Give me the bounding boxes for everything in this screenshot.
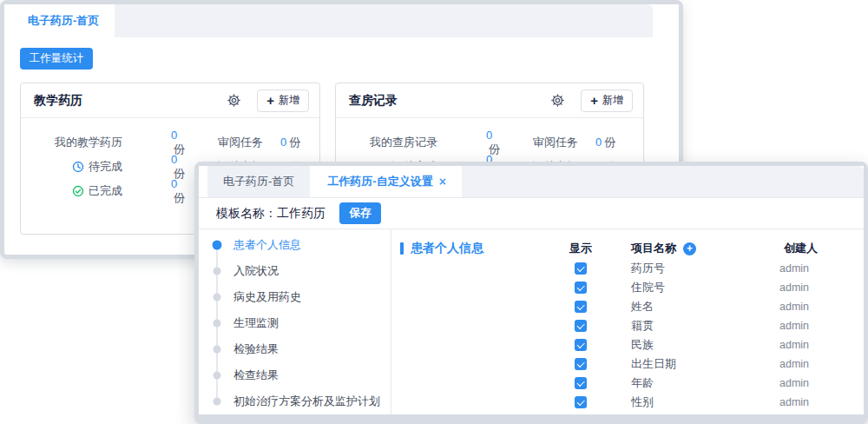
save-button[interactable]: 保存 <box>339 202 381 224</box>
column-header-creator: 创建人 <box>784 241 818 256</box>
item-creator: admin <box>779 339 809 351</box>
stat-row: 已完成 0份 <box>21 179 190 203</box>
show-cell <box>556 320 605 332</box>
add-button-label: 新增 <box>279 93 299 108</box>
stat-value: 0份 <box>280 135 300 150</box>
workload-stats-button[interactable]: 工作量统计 <box>20 48 93 70</box>
card-header: 教学药历 + 新增 <box>21 83 319 118</box>
tab-home[interactable]: 电子药历-首页 <box>207 166 310 197</box>
stat-count: 0 <box>280 136 286 149</box>
stat-count: 0 <box>486 129 492 142</box>
stat-label: 审阅任务 <box>190 135 263 150</box>
item-name: 籍贯 <box>631 318 766 334</box>
add-button[interactable]: + 新增 <box>257 89 309 112</box>
section-nav: 患者个人信息 入院状况 病史及用药史 生理监测 检验结果 检查结果 <box>199 229 391 414</box>
tab-custom-settings[interactable]: 工作药历-自定义设置 × <box>312 166 462 197</box>
items-panel: 患者个人信息 显示 项目名称 + 创建人 药历号 admin 住院号 admin <box>391 229 864 414</box>
stat-label: 我的教学药历 <box>21 135 122 150</box>
row-checkbox[interactable] <box>575 301 587 313</box>
item-name: 药历号 <box>631 261 766 276</box>
stat-unit: 份 <box>604 136 615 149</box>
close-icon[interactable]: × <box>439 175 446 189</box>
nav-label: 入院状况 <box>233 263 279 279</box>
tab-home[interactable]: 电子药历-首页 <box>12 4 115 37</box>
settings-window: 电子药历-首页 工作药历-自定义设置 × 模板名称： 工作药历 保存 患者个人信… <box>194 162 868 424</box>
stat-unit: 份 <box>289 136 300 149</box>
column-header-show: 显示 <box>556 241 605 256</box>
stat-count: 0 <box>171 153 177 166</box>
item-name: 姓名 <box>631 299 766 315</box>
nav-label: 初始治疗方案分析及监护计划 <box>233 394 380 409</box>
nav-item-exam-results[interactable]: 检查结果 <box>199 362 391 388</box>
gear-icon[interactable] <box>550 93 565 108</box>
settings-main: 患者个人信息 入院状况 病史及用药史 生理监测 检验结果 检查结果 <box>199 229 864 414</box>
stat-row: 审阅任务 0份 <box>190 130 319 155</box>
show-cell <box>556 282 605 294</box>
card-title: 查房记录 <box>349 93 550 109</box>
add-button[interactable]: + 新增 <box>581 89 633 112</box>
row-checkbox[interactable] <box>575 396 587 408</box>
stat-label: 我的查房记录 <box>336 135 437 150</box>
nav-item-medical-history[interactable]: 病史及用药史 <box>199 284 391 310</box>
gear-icon[interactable] <box>227 93 241 108</box>
timeline-dot <box>214 372 221 380</box>
show-cell <box>556 377 605 389</box>
stats-left: 我的教学药历 0份 待完成 0份 已完成 <box>21 130 190 203</box>
table-row: 姓名 admin <box>400 297 864 316</box>
tabbar-filler <box>115 4 653 37</box>
nav-item-lab-results[interactable]: 检验结果 <box>199 336 391 362</box>
table-row: 性别 admin <box>400 393 864 412</box>
stat-unit: 份 <box>174 191 185 204</box>
nav-item-initial-treatment-plan[interactable]: 初始治疗方案分析及监护计划 <box>199 388 391 414</box>
nav-item-physio-monitoring[interactable]: 生理监测 <box>199 310 391 336</box>
timeline-dot <box>214 346 221 354</box>
nav-item-admission-status[interactable]: 入院状况 <box>199 258 391 284</box>
add-item-icon[interactable]: + <box>683 242 696 255</box>
show-cell <box>556 301 605 313</box>
panel-header: 患者个人信息 显示 项目名称 + 创建人 <box>400 238 864 259</box>
row-checkbox[interactable] <box>575 282 587 294</box>
check-circle-icon <box>72 185 84 197</box>
tabbar-filler <box>462 166 864 197</box>
row-checkbox[interactable] <box>575 377 587 389</box>
column-header-name-text: 项目名称 <box>631 241 676 256</box>
tab-label: 电子药历-首页 <box>223 174 294 189</box>
plus-icon: + <box>266 94 274 107</box>
nav-label: 患者个人信息 <box>233 237 301 253</box>
stat-value: 0份 <box>595 135 615 150</box>
section-title-bar <box>400 242 404 255</box>
add-button-label: 新增 <box>602 93 623 108</box>
show-cell <box>556 396 605 408</box>
timeline-dot <box>213 241 222 250</box>
show-cell <box>556 262 605 275</box>
nav-label: 检验结果 <box>233 341 279 357</box>
item-creator: admin <box>779 396 809 408</box>
template-name-value: 工作药历 <box>277 206 326 222</box>
row-checkbox[interactable] <box>575 339 587 351</box>
show-cell <box>556 358 605 370</box>
table-row: 住院号 admin <box>400 278 864 297</box>
stat-count: 0 <box>171 177 177 190</box>
row-checkbox[interactable] <box>575 358 587 370</box>
item-creator: admin <box>779 301 809 313</box>
item-creator: admin <box>779 262 809 275</box>
timeline-dot <box>214 294 221 301</box>
row-checkbox[interactable] <box>575 262 587 275</box>
stat-label: 审阅任务 <box>505 135 578 150</box>
table-row: 民族 admin <box>400 335 864 354</box>
item-creator: admin <box>779 358 809 370</box>
card-header: 查房记录 + 新增 <box>336 83 643 118</box>
stat-count: 0 <box>171 129 177 142</box>
nav-item-patient-info[interactable]: 患者个人信息 <box>199 232 391 258</box>
plus-icon: + <box>590 94 598 107</box>
template-name-label: 模板名称： <box>216 206 277 222</box>
table-row: 年龄 admin <box>400 374 864 393</box>
row-checkbox[interactable] <box>575 320 587 332</box>
fg-tabbar: 电子药历-首页 工作药历-自定义设置 × <box>199 166 864 198</box>
item-name: 性别 <box>631 394 766 410</box>
item-name: 住院号 <box>631 280 766 295</box>
timeline-dot <box>214 320 221 328</box>
nav-label: 病史及用药史 <box>233 289 301 305</box>
item-creator: admin <box>779 282 809 294</box>
stat-row: 我的教学药历 0份 <box>21 130 190 155</box>
